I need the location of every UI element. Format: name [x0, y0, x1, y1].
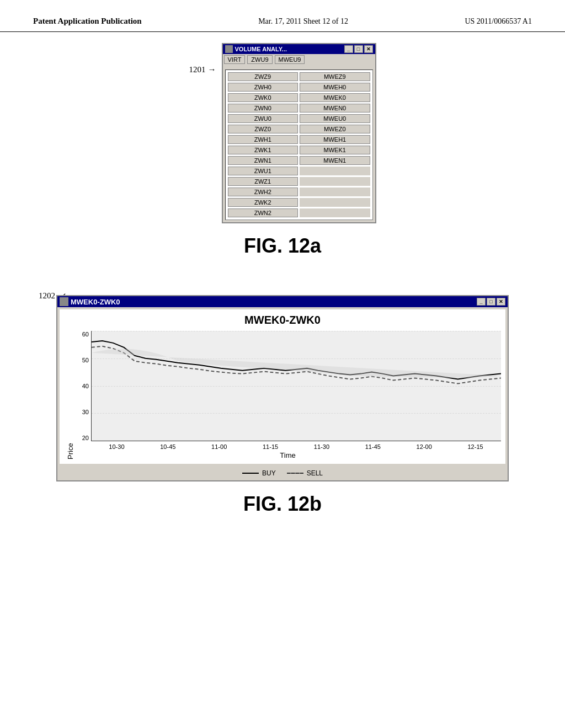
fig-12b-section: 1202 ↙ MWEK0-ZWK0 _ □ ✕ MWEK0-ZWK0: [33, 291, 532, 532]
legend-sell: SELL: [287, 469, 323, 477]
x-tick-1100: 11-00: [211, 443, 227, 450]
x-tick-1045: 10-45: [160, 443, 175, 450]
svg-rect-0: [92, 331, 501, 441]
y-axis-ticks: 60 50 40 30 20: [74, 331, 91, 441]
fig-12b-ref-number: 1202: [39, 291, 55, 300]
grid-item-col2[interactable]: MWEZ0: [300, 125, 370, 133]
dialog-title: VOLUME ANALY...: [235, 46, 287, 52]
chart-maximize-btn[interactable]: □: [487, 298, 495, 306]
chart-legend: BUY SELL: [57, 466, 508, 480]
grid-item-empty: [300, 188, 370, 196]
chart-body: MWEK0-ZWK0 Price 60 50 40 30: [60, 309, 505, 464]
y-tick-20: 20: [74, 435, 89, 441]
header-left: Patent Application Publication: [33, 17, 142, 26]
header-center: Mar. 17, 2011 Sheet 12 of 12: [258, 17, 348, 26]
y-axis-label: Price: [64, 331, 74, 459]
chart-minimize-btn[interactable]: _: [477, 298, 486, 306]
grid-item-empty: [300, 177, 370, 186]
dialog-icon: [225, 45, 233, 53]
chart-window-title: MWEK0-ZWK0: [71, 298, 120, 306]
x-tick-1200: 12-00: [417, 443, 432, 450]
fig-12a-caption: FIG. 12a: [244, 234, 321, 258]
grid-item-empty: [300, 167, 370, 175]
fig-12a-section: 1201 → VOLUME ANALY... _ □ ✕: [33, 43, 532, 274]
grid-item-col2[interactable]: MWEH1: [300, 135, 370, 144]
col1-header[interactable]: ZWU9: [247, 55, 272, 64]
x-tick-1215: 12-15: [467, 443, 483, 450]
grid-item-col1[interactable]: ZWN0: [228, 104, 299, 113]
sell-line-icon: [287, 473, 303, 474]
x-axis-labels: 10-30 10-45 11-00 11-15 11-30 11-45 12-0…: [91, 441, 501, 450]
y-tick-50: 50: [74, 357, 89, 363]
dialog-titlebar: VOLUME ANALY... _ □ ✕: [223, 44, 375, 54]
chart-plot-area: [91, 331, 501, 441]
fig-12a-ref-number: 1201: [189, 65, 206, 74]
grid-item-col1[interactable]: ZWU1: [228, 167, 299, 175]
grid-item-col1[interactable]: ZWK1: [228, 146, 299, 154]
grid-item-col1[interactable]: ZWZ1: [228, 177, 299, 186]
titlebar-controls[interactable]: _ □ ✕: [344, 45, 373, 53]
grid-item-empty: [300, 198, 370, 207]
close-button[interactable]: ✕: [364, 45, 373, 53]
chart-controls[interactable]: _ □ ✕: [477, 298, 505, 306]
gridline-20: [92, 441, 501, 441]
chart-area: Price 60 50 40 30 20: [64, 331, 501, 459]
chart-window[interactable]: MWEK0-ZWK0 _ □ ✕ MWEK0-ZWK0 Price: [56, 295, 509, 481]
minimize-button[interactable]: _: [344, 45, 353, 53]
dialog-content: ZWZ9MWEZ9ZWH0MWEH0ZWK0MWEK0ZWN0MWEN0ZWU0…: [223, 67, 375, 222]
fig-12a-row: 1201 → VOLUME ANALY... _ □ ✕: [33, 43, 532, 223]
x-tick-1115: 11-15: [263, 443, 278, 450]
grid-item-col1[interactable]: ZWH1: [228, 135, 299, 144]
grid-item-col1[interactable]: ZWK2: [228, 198, 299, 207]
grid-item-col2[interactable]: MWEH0: [300, 83, 370, 92]
y-tick-30: 30: [74, 409, 89, 415]
sell-label: SELL: [307, 469, 323, 477]
chart-svg: [92, 331, 501, 441]
grid-item-col1[interactable]: ZWZ0: [228, 125, 299, 133]
grid-item-col1[interactable]: ZWN1: [228, 156, 299, 165]
grid-item-col1[interactable]: ZWH0: [228, 83, 299, 92]
main-content: 1201 → VOLUME ANALY... _ □ ✕: [0, 32, 565, 543]
grid-item-col1[interactable]: ZWN2: [228, 208, 299, 217]
header-right: US 2011/0066537 A1: [465, 17, 532, 26]
y-tick-60: 60: [74, 331, 89, 338]
x-tick-1145: 11-45: [365, 443, 381, 450]
chart-inner: 60 50 40 30 20: [74, 331, 501, 459]
page-header: Patent Application Publication Mar. 17, …: [0, 0, 565, 32]
legend-buy: BUY: [242, 469, 276, 477]
grid-item-col2[interactable]: MWEK0: [300, 93, 370, 102]
x-tick-1030: 10-30: [109, 443, 124, 450]
maximize-button[interactable]: □: [354, 45, 363, 53]
fig-12a-label: 1201 →: [189, 65, 216, 74]
grid-item-col2[interactable]: MWEK1: [300, 146, 370, 154]
items-grid: ZWZ9MWEZ9ZWH0MWEH0ZWK0MWEK0ZWN0MWEN0ZWU0…: [225, 69, 373, 220]
grid-item-col1[interactable]: ZWZ9: [228, 72, 299, 81]
chart-close-btn[interactable]: ✕: [497, 298, 505, 306]
fig-12b-caption: FIG. 12b: [243, 493, 322, 516]
grid-item-col2[interactable]: MWEZ9: [300, 72, 370, 81]
volume-analysis-dialog[interactable]: VOLUME ANALY... _ □ ✕ VIRT ZWU9 MWEU9: [222, 43, 376, 223]
buy-line-icon: [242, 473, 259, 474]
chart-icon: [60, 297, 68, 306]
grid-item-col2[interactable]: MWEN1: [300, 156, 370, 165]
x-axis-title: Time: [74, 451, 501, 459]
x-tick-1130: 11-30: [314, 443, 329, 450]
titlebar-left: VOLUME ANALY...: [225, 45, 287, 53]
grid-item-col2[interactable]: MWEU0: [300, 114, 370, 123]
chart-main-title: MWEK0-ZWK0: [64, 314, 501, 326]
grid-item-col1[interactable]: ZWH2: [228, 188, 299, 196]
dialog-toolbar: VIRT ZWU9 MWEU9: [223, 54, 375, 65]
grid-item-empty: [300, 208, 370, 217]
chart-title-left: MWEK0-ZWK0: [60, 297, 120, 306]
y-tick-40: 40: [74, 383, 89, 389]
grid-item-col1[interactable]: ZWU0: [228, 114, 299, 123]
chart-titlebar: MWEK0-ZWK0 _ □ ✕: [57, 296, 508, 307]
grid-item-col1[interactable]: ZWK0: [228, 93, 299, 102]
buy-label: BUY: [262, 469, 276, 477]
col2-header[interactable]: MWEU9: [275, 55, 305, 64]
fig-12a-arrow: →: [208, 65, 216, 74]
virt-button[interactable]: VIRT: [224, 55, 246, 64]
grid-item-col2[interactable]: MWEN0: [300, 104, 370, 113]
